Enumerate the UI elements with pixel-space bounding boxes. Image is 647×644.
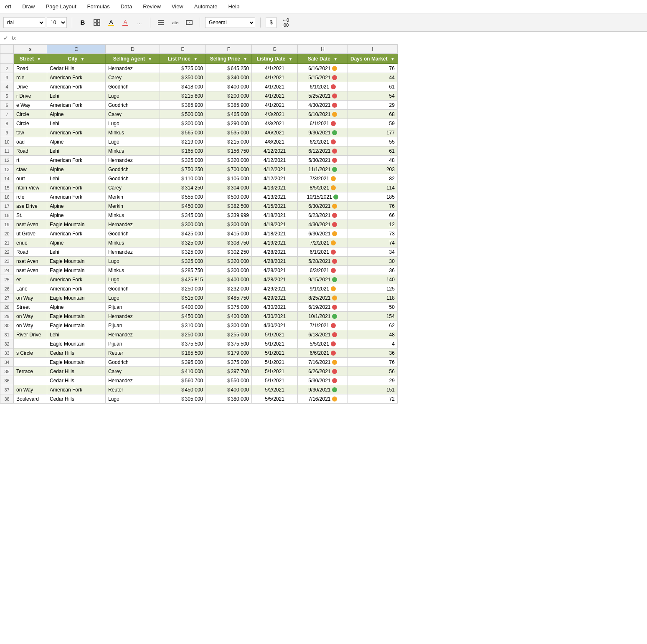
cell-city[interactable]: Cedar Hills — [47, 394, 106, 404]
cell-sale-date[interactable]: 5/30/2021 — [298, 376, 348, 385]
cell-street[interactable]: Road — [14, 247, 47, 257]
cell-city[interactable]: American Fork — [47, 284, 106, 293]
cell-city[interactable]: Cedar Hills — [47, 64, 106, 73]
cell-list-date[interactable]: 4/1/2021 — [252, 82, 298, 91]
cell-list-price[interactable]: $560,700 — [160, 376, 206, 385]
cell-dom[interactable]: 4 — [348, 339, 398, 349]
cell-street[interactable]: enue — [14, 238, 47, 247]
cell-list-price[interactable]: $300,000 — [160, 119, 206, 128]
cell-list-date[interactable]: 4/30/2021 — [252, 312, 298, 321]
cell-agent[interactable]: Lugo — [106, 137, 160, 146]
menu-formulas[interactable]: Formulas — [86, 3, 112, 10]
cell-agent[interactable]: Goodrich — [106, 358, 160, 367]
cell-list-price[interactable]: $250,000 — [160, 284, 206, 293]
cell-sale-date[interactable]: 6/1/2021 — [298, 119, 348, 128]
cell-city[interactable]: American Fork — [47, 128, 106, 137]
formula-check[interactable]: ✓ — [3, 35, 8, 41]
cell-sell-price[interactable]: $385,900 — [206, 101, 252, 110]
cell-sell-price[interactable]: $380,000 — [206, 394, 252, 404]
cell-sale-date[interactable]: 6/10/2021 — [298, 110, 348, 119]
cell-city[interactable]: Alpine — [47, 211, 106, 220]
cell-city[interactable]: American Fork — [47, 183, 106, 192]
cell-city[interactable]: Lehi — [47, 91, 106, 101]
cell-list-date[interactable]: 4/18/2021 — [252, 220, 298, 229]
cell-list-date[interactable]: 4/3/2021 — [252, 110, 298, 119]
cell-city[interactable]: American Fork — [47, 385, 106, 394]
cell-agent[interactable]: Carey — [106, 367, 160, 376]
header-list-price[interactable]: List Price ▼ — [160, 54, 206, 64]
cell-dom[interactable]: 36 — [348, 349, 398, 358]
cell-list-date[interactable]: 5/1/2021 — [252, 358, 298, 367]
cell-list-price[interactable]: $500,000 — [160, 110, 206, 119]
cell-list-price[interactable]: $395,000 — [160, 358, 206, 367]
agent-filter-icon[interactable]: ▼ — [148, 57, 152, 61]
cell-sale-date[interactable]: 5/30/2021 — [298, 156, 348, 165]
cell-list-price[interactable]: $305,000 — [160, 394, 206, 404]
cell-list-price[interactable]: $425,000 — [160, 229, 206, 238]
cell-sale-date[interactable]: 4/30/2021 — [298, 220, 348, 229]
merge-button[interactable] — [184, 17, 195, 28]
cell-list-price[interactable]: $418,000 — [160, 82, 206, 91]
cell-agent[interactable]: Hernandez — [106, 330, 160, 339]
cell-dom[interactable]: 73 — [348, 229, 398, 238]
cell-agent[interactable]: Carey — [106, 183, 160, 192]
cell-city[interactable]: American Fork — [47, 192, 106, 202]
cell-sale-date[interactable]: 7/1/2021 — [298, 321, 348, 330]
cell-list-date[interactable]: 5/1/2021 — [252, 376, 298, 385]
city-filter-icon[interactable]: ▼ — [81, 57, 85, 61]
cell-sell-price[interactable]: $300,000 — [206, 266, 252, 275]
cell-list-price[interactable]: $250,000 — [160, 330, 206, 339]
cell-dom[interactable]: 34 — [348, 247, 398, 257]
cell-agent[interactable]: Goodrich — [106, 82, 160, 91]
cell-list-date[interactable]: 5/1/2021 — [252, 339, 298, 349]
cell-agent[interactable]: Carey — [106, 73, 160, 82]
highlight-color-button[interactable]: A — [106, 17, 117, 28]
cell-dom[interactable]: 50 — [348, 303, 398, 312]
cell-city[interactable]: Cedar Hills — [47, 376, 106, 385]
cell-dom[interactable]: 125 — [348, 284, 398, 293]
cell-dom[interactable]: 61 — [348, 82, 398, 91]
cell-list-date[interactable]: 4/12/2021 — [252, 165, 298, 174]
cell-street[interactable]: on Way — [14, 321, 47, 330]
cell-street[interactable]: Circle — [14, 119, 47, 128]
cell-sale-date[interactable]: 4/30/2021 — [298, 101, 348, 110]
cell-city[interactable]: American Fork — [47, 275, 106, 284]
cell-street[interactable]: taw — [14, 128, 47, 137]
cell-sale-date[interactable]: 11/1/2021 — [298, 165, 348, 174]
cell-agent[interactable]: Minkus — [106, 128, 160, 137]
cell-dom[interactable]: 74 — [348, 238, 398, 247]
cell-sell-price[interactable]: $308,750 — [206, 238, 252, 247]
font-color-button[interactable]: A — [120, 17, 131, 28]
col-d-header[interactable]: D — [106, 45, 160, 54]
cell-city[interactable]: Eagle Mountain — [47, 257, 106, 266]
cell-sale-date[interactable]: 5/25/2021 — [298, 91, 348, 101]
cell-city[interactable]: Alpine — [47, 202, 106, 211]
cell-list-price[interactable]: $325,000 — [160, 156, 206, 165]
bold-button[interactable]: B — [77, 17, 88, 28]
cell-agent[interactable]: Hernandez — [106, 64, 160, 73]
cell-agent[interactable]: Hernandez — [106, 376, 160, 385]
cell-agent[interactable]: Minkus — [106, 266, 160, 275]
cell-list-price[interactable]: $450,000 — [160, 202, 206, 211]
cell-sell-price[interactable]: $302,250 — [206, 247, 252, 257]
cell-sale-date[interactable]: 5/15/2021 — [298, 73, 348, 82]
cell-sell-price[interactable]: $255,000 — [206, 330, 252, 339]
cell-sale-date[interactable]: 7/3/2021 — [298, 174, 348, 183]
cell-sale-date[interactable]: 6/26/2021 — [298, 367, 348, 376]
cell-list-date[interactable]: 4/3/2021 — [252, 119, 298, 128]
cell-street[interactable]: rt — [14, 156, 47, 165]
cell-agent[interactable]: Goodrich — [106, 229, 160, 238]
cell-agent[interactable]: Hernandez — [106, 247, 160, 257]
listing-date-filter-icon[interactable]: ▼ — [289, 57, 293, 61]
cell-dom[interactable]: 76 — [348, 64, 398, 73]
cell-sell-price[interactable]: $300,000 — [206, 220, 252, 229]
col-h-header[interactable]: H — [298, 45, 348, 54]
cell-sell-price[interactable]: $645,250 — [206, 64, 252, 73]
cell-sell-price[interactable]: $106,000 — [206, 174, 252, 183]
cell-city[interactable]: Lehi — [47, 146, 106, 156]
cell-street[interactable]: nset Aven — [14, 257, 47, 266]
font-size-selector[interactable]: 10 — [47, 17, 67, 28]
cell-agent[interactable]: Goodrich — [106, 174, 160, 183]
cell-list-date[interactable]: 4/1/2021 — [252, 73, 298, 82]
cell-sell-price[interactable]: $375,000 — [206, 358, 252, 367]
